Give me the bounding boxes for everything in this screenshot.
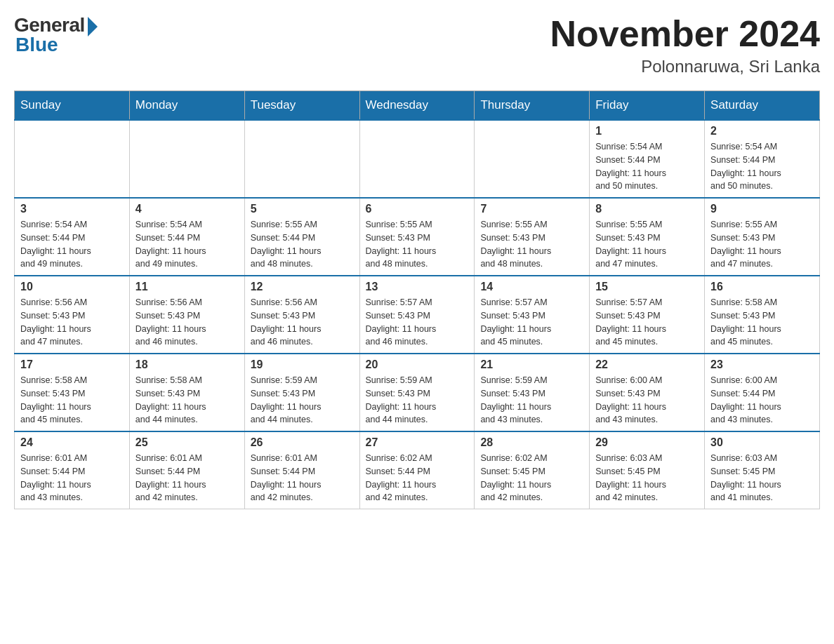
day-info: Sunrise: 6:03 AM Sunset: 5:45 PM Dayligh… xyxy=(595,452,699,504)
day-number: 8 xyxy=(595,203,699,215)
logo: General Blue xyxy=(14,14,98,56)
day-info: Sunrise: 5:59 AM Sunset: 5:43 PM Dayligh… xyxy=(251,374,354,427)
day-info: Sunrise: 5:57 AM Sunset: 5:43 PM Dayligh… xyxy=(366,296,469,349)
day-info: Sunrise: 6:01 AM Sunset: 5:44 PM Dayligh… xyxy=(251,452,354,504)
day-info: Sunrise: 5:55 AM Sunset: 5:44 PM Dayligh… xyxy=(251,218,354,271)
month-title: November 2024 xyxy=(550,14,820,54)
week-row-1: 1Sunrise: 5:54 AM Sunset: 5:44 PM Daylig… xyxy=(15,120,820,198)
day-number: 19 xyxy=(251,358,354,371)
weekday-header-thursday: Thursday xyxy=(475,91,590,121)
day-number: 22 xyxy=(595,358,699,371)
calendar-cell xyxy=(15,120,130,198)
day-info: Sunrise: 6:02 AM Sunset: 5:44 PM Dayligh… xyxy=(366,452,469,504)
day-number: 1 xyxy=(595,125,699,137)
calendar-cell: 16Sunrise: 5:58 AM Sunset: 5:43 PM Dayli… xyxy=(705,276,820,354)
day-number: 28 xyxy=(480,436,583,449)
day-number: 29 xyxy=(595,436,699,449)
day-info: Sunrise: 6:01 AM Sunset: 5:44 PM Dayligh… xyxy=(135,452,239,504)
weekday-header-wednesday: Wednesday xyxy=(359,91,475,121)
day-number: 21 xyxy=(480,358,583,371)
calendar-cell xyxy=(475,120,590,198)
day-info: Sunrise: 5:54 AM Sunset: 5:44 PM Dayligh… xyxy=(595,140,699,193)
week-row-5: 24Sunrise: 6:01 AM Sunset: 5:44 PM Dayli… xyxy=(15,431,820,509)
calendar-cell: 22Sunrise: 6:00 AM Sunset: 5:43 PM Dayli… xyxy=(590,354,705,431)
day-number: 25 xyxy=(135,436,239,449)
day-info: Sunrise: 5:58 AM Sunset: 5:43 PM Dayligh… xyxy=(710,296,814,349)
calendar-cell: 23Sunrise: 6:00 AM Sunset: 5:44 PM Dayli… xyxy=(705,354,820,431)
weekday-header-sunday: Sunday xyxy=(15,91,130,121)
calendar-cell xyxy=(244,120,359,198)
weekday-header-saturday: Saturday xyxy=(705,91,820,121)
day-info: Sunrise: 6:02 AM Sunset: 5:45 PM Dayligh… xyxy=(480,452,583,504)
calendar-cell: 5Sunrise: 5:55 AM Sunset: 5:44 PM Daylig… xyxy=(244,198,359,276)
calendar-cell: 10Sunrise: 5:56 AM Sunset: 5:43 PM Dayli… xyxy=(15,276,130,354)
day-number: 23 xyxy=(710,358,814,371)
calendar-cell: 20Sunrise: 5:59 AM Sunset: 5:43 PM Dayli… xyxy=(359,354,475,431)
calendar-cell: 28Sunrise: 6:02 AM Sunset: 5:45 PM Dayli… xyxy=(475,431,590,509)
weekday-header-row: SundayMondayTuesdayWednesdayThursdayFrid… xyxy=(15,91,820,121)
day-number: 27 xyxy=(366,436,469,449)
calendar-cell: 27Sunrise: 6:02 AM Sunset: 5:44 PM Dayli… xyxy=(359,431,475,509)
calendar-cell: 8Sunrise: 5:55 AM Sunset: 5:43 PM Daylig… xyxy=(590,198,705,276)
day-info: Sunrise: 5:54 AM Sunset: 5:44 PM Dayligh… xyxy=(135,218,239,271)
location-title: Polonnaruwa, Sri Lanka xyxy=(550,57,820,76)
page-header: General Blue November 2024 Polonnaruwa, … xyxy=(14,14,820,76)
day-info: Sunrise: 6:03 AM Sunset: 5:45 PM Dayligh… xyxy=(710,452,814,504)
calendar-cell: 19Sunrise: 5:59 AM Sunset: 5:43 PM Dayli… xyxy=(244,354,359,431)
calendar-cell: 30Sunrise: 6:03 AM Sunset: 5:45 PM Dayli… xyxy=(705,431,820,509)
day-number: 18 xyxy=(135,358,239,371)
day-info: Sunrise: 5:55 AM Sunset: 5:43 PM Dayligh… xyxy=(710,218,814,271)
calendar-cell xyxy=(129,120,244,198)
week-row-4: 17Sunrise: 5:58 AM Sunset: 5:43 PM Dayli… xyxy=(15,354,820,431)
logo-blue-text: Blue xyxy=(14,34,58,56)
week-row-2: 3Sunrise: 5:54 AM Sunset: 5:44 PM Daylig… xyxy=(15,198,820,276)
day-info: Sunrise: 6:00 AM Sunset: 5:44 PM Dayligh… xyxy=(710,374,814,427)
day-info: Sunrise: 5:54 AM Sunset: 5:44 PM Dayligh… xyxy=(20,218,124,271)
day-number: 5 xyxy=(251,203,354,215)
calendar-cell: 14Sunrise: 5:57 AM Sunset: 5:43 PM Dayli… xyxy=(475,276,590,354)
day-number: 9 xyxy=(710,203,814,215)
day-info: Sunrise: 5:56 AM Sunset: 5:43 PM Dayligh… xyxy=(135,296,239,349)
day-info: Sunrise: 5:55 AM Sunset: 5:43 PM Dayligh… xyxy=(366,218,469,271)
day-number: 26 xyxy=(251,436,354,449)
day-info: Sunrise: 5:55 AM Sunset: 5:43 PM Dayligh… xyxy=(595,218,699,271)
day-info: Sunrise: 5:56 AM Sunset: 5:43 PM Dayligh… xyxy=(20,296,124,349)
calendar-cell: 21Sunrise: 5:59 AM Sunset: 5:43 PM Dayli… xyxy=(475,354,590,431)
calendar-cell: 13Sunrise: 5:57 AM Sunset: 5:43 PM Dayli… xyxy=(359,276,475,354)
calendar-cell: 11Sunrise: 5:56 AM Sunset: 5:43 PM Dayli… xyxy=(129,276,244,354)
calendar-cell: 17Sunrise: 5:58 AM Sunset: 5:43 PM Dayli… xyxy=(15,354,130,431)
day-number: 10 xyxy=(20,281,124,293)
calendar-cell: 26Sunrise: 6:01 AM Sunset: 5:44 PM Dayli… xyxy=(244,431,359,509)
calendar-table: SundayMondayTuesdayWednesdayThursdayFrid… xyxy=(14,90,820,509)
calendar-cell: 2Sunrise: 5:54 AM Sunset: 5:44 PM Daylig… xyxy=(705,120,820,198)
calendar-cell: 4Sunrise: 5:54 AM Sunset: 5:44 PM Daylig… xyxy=(129,198,244,276)
calendar-cell xyxy=(359,120,475,198)
calendar-cell: 7Sunrise: 5:55 AM Sunset: 5:43 PM Daylig… xyxy=(475,198,590,276)
calendar-cell: 25Sunrise: 6:01 AM Sunset: 5:44 PM Dayli… xyxy=(129,431,244,509)
logo-arrow-icon xyxy=(88,17,98,36)
day-info: Sunrise: 5:58 AM Sunset: 5:43 PM Dayligh… xyxy=(20,374,124,427)
day-info: Sunrise: 5:59 AM Sunset: 5:43 PM Dayligh… xyxy=(366,374,469,427)
calendar-cell: 18Sunrise: 5:58 AM Sunset: 5:43 PM Dayli… xyxy=(129,354,244,431)
calendar-cell: 12Sunrise: 5:56 AM Sunset: 5:43 PM Dayli… xyxy=(244,276,359,354)
calendar-cell: 15Sunrise: 5:57 AM Sunset: 5:43 PM Dayli… xyxy=(590,276,705,354)
calendar-cell: 9Sunrise: 5:55 AM Sunset: 5:43 PM Daylig… xyxy=(705,198,820,276)
day-number: 17 xyxy=(20,358,124,371)
day-number: 14 xyxy=(480,281,583,293)
calendar-cell: 1Sunrise: 5:54 AM Sunset: 5:44 PM Daylig… xyxy=(590,120,705,198)
calendar-cell: 6Sunrise: 5:55 AM Sunset: 5:43 PM Daylig… xyxy=(359,198,475,276)
day-info: Sunrise: 5:59 AM Sunset: 5:43 PM Dayligh… xyxy=(480,374,583,427)
day-info: Sunrise: 5:54 AM Sunset: 5:44 PM Dayligh… xyxy=(710,140,814,193)
day-info: Sunrise: 5:58 AM Sunset: 5:43 PM Dayligh… xyxy=(135,374,239,427)
day-info: Sunrise: 5:56 AM Sunset: 5:43 PM Dayligh… xyxy=(251,296,354,349)
day-info: Sunrise: 5:57 AM Sunset: 5:43 PM Dayligh… xyxy=(480,296,583,349)
week-row-3: 10Sunrise: 5:56 AM Sunset: 5:43 PM Dayli… xyxy=(15,276,820,354)
day-number: 15 xyxy=(595,281,699,293)
day-number: 13 xyxy=(366,281,469,293)
calendar-cell: 3Sunrise: 5:54 AM Sunset: 5:44 PM Daylig… xyxy=(15,198,130,276)
weekday-header-monday: Monday xyxy=(129,91,244,121)
day-number: 30 xyxy=(710,436,814,449)
day-info: Sunrise: 5:55 AM Sunset: 5:43 PM Dayligh… xyxy=(480,218,583,271)
calendar-cell: 29Sunrise: 6:03 AM Sunset: 5:45 PM Dayli… xyxy=(590,431,705,509)
day-number: 24 xyxy=(20,436,124,449)
